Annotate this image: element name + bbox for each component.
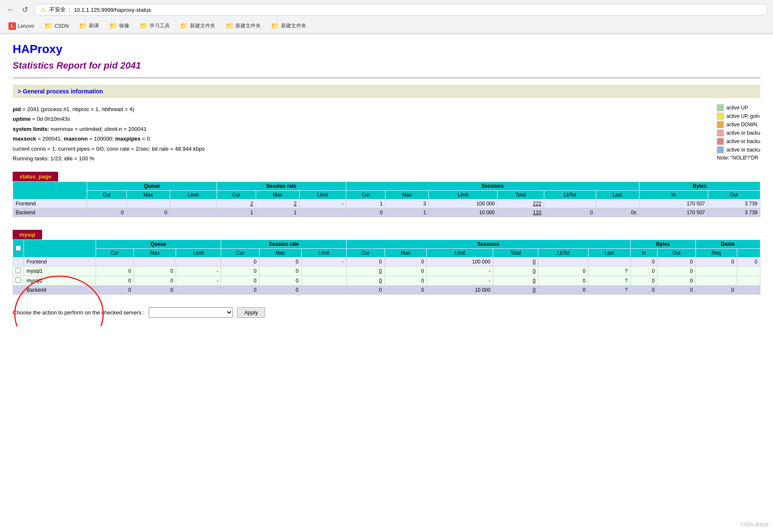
cell: ? [588,276,630,286]
table-row: Frontend 0 0 - 0 0 100 000 0 0 0 0 [13,258,760,266]
cell: 0 [221,266,259,276]
checkbox-cell[interactable] [13,266,24,276]
action-select[interactable] [149,307,233,318]
th-b-in-m: In [630,249,657,258]
bookmark-folder3[interactable]: 📁 新建文件夹 [267,21,310,31]
row-type: Backend [24,286,96,295]
cell [737,266,760,276]
legend-label-active-backup2: active or backu [726,138,760,144]
cell: 0 [134,286,176,295]
cell: 0 [658,266,696,276]
th-q-max: Max [126,191,170,200]
bookmark-lenovo[interactable]: L Lenovo [5,21,37,31]
cell [170,200,217,208]
cell: 0 [385,276,427,286]
legend-color-yellow [717,113,724,120]
bookmark-folder2[interactable]: 📁 新建文件夹 [222,21,264,31]
cell: 0 [126,208,170,217]
server-checkbox-mysql1[interactable] [16,268,21,273]
cell: 0 [493,276,538,286]
section-divider [13,77,760,78]
cell: 0 [87,208,126,217]
th-session-rate-mysql: Session rate [221,240,347,249]
status-page-table-section: status_page Queue Session rate Sessions … [13,172,760,217]
th-queue-mysql: Queue [96,240,221,249]
th-sr-cur-m: Cur [221,249,259,258]
browser-chrome: ← ↺ ⚠ 不安全 | 10.1.1.125:9999/haproxy-stat… [0,0,773,34]
cell: 2 [256,200,300,208]
cell: 0 [134,266,176,276]
th-checkbox-all[interactable] [13,240,24,258]
uptime-line: uptime = 0d 0h10m43s [13,114,700,124]
cell: 10 000 [429,208,498,217]
legend-active-backup2: active or backu [717,138,760,145]
apply-button[interactable]: Apply [237,307,265,318]
refresh-button[interactable]: ↺ [20,3,30,16]
legend-label-active-down: active DOWN, [726,122,758,128]
process-info-container: pid = 2041 (process #1, nbproc = 1, nbth… [13,104,760,163]
cell: 3 739 [708,200,760,208]
th-s-max-m: Max [385,249,427,258]
cell [544,200,596,208]
select-all-checkbox[interactable] [16,245,21,251]
legend-note: Note: "NOLB"/"DR [717,155,760,161]
cell: - [300,200,346,208]
bookmark-shuake-label: 刷课 [89,22,99,29]
folder-icon: 📁 [225,22,234,30]
status-page-table: Queue Session rate Sessions Bytes Cur Ma… [13,181,760,217]
cell: 0 [493,258,538,266]
security-warning-icon: ⚠ [40,6,46,13]
cell: ? [588,286,630,295]
cell: 0 [259,286,301,295]
server-checkbox-mysql2[interactable] [16,277,21,283]
folder-icon: 📁 [271,22,279,30]
folder-icon: 📁 [44,22,53,30]
cell: 0 [259,258,301,266]
cell [737,286,760,295]
folder-icon: 📁 [79,22,87,30]
bookmark-folder3-label: 新建文件夹 [281,22,306,29]
th-sessions: Sessions [346,182,639,191]
checkbox-cell[interactable] [13,276,24,286]
th-queue: Queue [87,182,217,191]
cell: 170 507 [639,208,708,217]
cell: 0 [96,286,134,295]
legend-label-active-up: active UP [726,105,748,111]
cell: 0 [96,276,134,286]
bookmark-folder1[interactable]: 📁 新建文件夹 [177,21,219,31]
cell [301,276,346,286]
address-bar[interactable]: ⚠ 不安全 | 10.1.1.125:9999/haproxy-status [34,4,768,16]
cell: 1 [217,208,256,217]
th-b-in: In [639,191,708,200]
page-subtitle: Statistics Report for pid 2041 [13,60,760,71]
bookmark-csdn[interactable]: 📁 CSDN [41,21,72,31]
cell: 3 739 [708,208,760,217]
th-sr-max-m: Max [259,249,301,258]
cell: 0 [347,286,385,295]
back-button[interactable]: ← [5,4,16,16]
running-tasks-line: Running tasks: 1/23; idle = 100 % [13,154,700,163]
cell [126,200,170,208]
bookmark-xuexigongju[interactable]: 📁 学习工具 [136,21,173,31]
legend-label-active-up-going: active UP, goin [726,113,760,119]
cell: 0 [221,286,259,295]
cell: 0 [630,276,657,286]
bookmark-jingxiang[interactable]: 📁 镜像 [106,21,133,31]
legend-color-green [717,104,724,111]
th-s-cur-m: Cur [347,249,385,258]
cell: 0 [658,258,696,266]
section-general-header[interactable]: > General process information [13,85,760,98]
legend-color-pink [717,130,724,136]
current-conns-line: current conns = 1; current pipes = 0/0; … [13,144,700,154]
th-denie-mysql: Denie [695,240,760,249]
th-denie-extra-m [737,249,760,258]
bookmark-xuexigongju-label: 学习工具 [150,22,170,29]
cell: 0 [347,266,385,276]
folder-icon: 📁 [109,22,118,30]
bookmark-shuake[interactable]: 📁 刷课 [75,21,102,31]
cell [170,208,217,217]
cell [96,258,134,266]
cell: 0 [737,258,760,266]
legend-active-up: active UP [717,104,760,111]
th-bytes-mysql: Bytes [630,240,695,249]
